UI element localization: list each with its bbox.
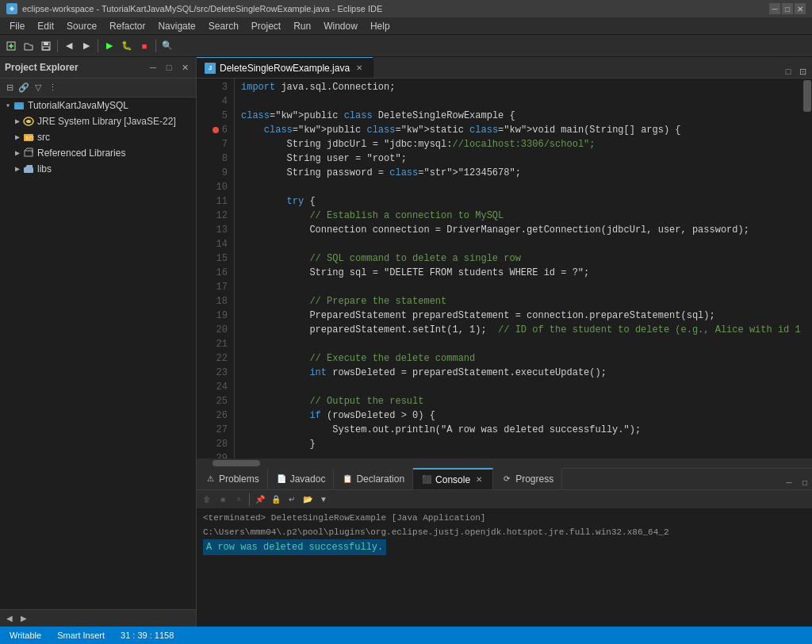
- ref-libraries-label: Referenced Libraries: [37, 148, 125, 159]
- search-button[interactable]: 🔍: [159, 38, 175, 54]
- sidebar-filter-btn[interactable]: ▽: [32, 82, 44, 94]
- back-button[interactable]: ◀: [61, 38, 77, 54]
- status-bar: Writable Smart Insert 31 : 39 : 1158: [0, 627, 812, 644]
- code-editor-wrapper: 3456789101112131415161718192021222324252…: [197, 79, 812, 468]
- code-line: String user = "root";: [241, 151, 796, 166]
- editor-tab-active[interactable]: J DeleteSingleRowExample.java ✕: [197, 57, 373, 78]
- sidebar-close-btn[interactable]: ✕: [178, 61, 191, 74]
- javadoc-icon: 📄: [276, 473, 287, 485]
- line-number: 25: [197, 394, 228, 408]
- stop-button[interactable]: ■: [136, 38, 152, 54]
- tree-item-project[interactable]: ▾ TutorialKartJavaMySQL: [0, 98, 196, 113]
- bottom-maximize-btn[interactable]: □: [798, 475, 812, 489]
- line-number: 9: [197, 166, 228, 180]
- code-line: class="kw">public class DeleteSingleRowE…: [241, 109, 796, 123]
- sidebar-minimize-btn[interactable]: ─: [147, 61, 159, 74]
- link-editor-btn[interactable]: 🔗: [17, 82, 30, 94]
- svg-text:src: src: [25, 135, 34, 141]
- menu-source[interactable]: Source: [60, 19, 103, 33]
- menu-file[interactable]: File: [3, 19, 31, 33]
- editor-scrollbar[interactable]: [802, 79, 812, 458]
- console-view-selector-btn[interactable]: ▼: [316, 493, 331, 507]
- tab-problems[interactable]: ⚠ Problems: [197, 468, 268, 489]
- tree-arrow-libs: ▶: [13, 164, 22, 174]
- maximize-button[interactable]: □: [782, 3, 793, 14]
- open-button[interactable]: [21, 38, 36, 54]
- console-stop-btn[interactable]: ■: [216, 493, 230, 507]
- editor-hscroll[interactable]: [197, 458, 812, 468]
- editor-tab-bar: J DeleteSingleRowExample.java ✕ □ ⊡: [197, 57, 812, 79]
- menu-help[interactable]: Help: [364, 19, 396, 33]
- tree-arrow-project: ▾: [3, 101, 13, 110]
- editor-maximize-btn[interactable]: □: [782, 65, 795, 78]
- console-toolbar: 🗑 ■ × 📌 🔒 ↵ 📂 ▼: [197, 490, 812, 509]
- svg-rect-11: [24, 167, 33, 173]
- tab-console[interactable]: ⬛ Console ✕: [413, 468, 493, 489]
- tree-item-libs[interactable]: ▶ libs: [0, 161, 196, 177]
- collapse-all-btn[interactable]: ⊟: [3, 82, 16, 94]
- close-button[interactable]: ✕: [795, 3, 806, 14]
- status-insert-mode[interactable]: Smart Insert: [54, 631, 108, 640]
- forward-button[interactable]: ▶: [79, 38, 94, 54]
- code-line: String jdbcUrl = "jdbc:mysql://localhost…: [241, 137, 796, 151]
- console-clear-btn[interactable]: 🗑: [200, 493, 214, 507]
- editor-hscroll-thumb[interactable]: [213, 460, 260, 466]
- sidebar-maximize-btn[interactable]: □: [163, 61, 175, 74]
- line-number: 24: [197, 380, 228, 394]
- menu-run[interactable]: Run: [287, 19, 317, 33]
- toolbar: ◀ ▶ ▶ 🐛 ■ 🔍: [0, 35, 812, 57]
- console-tab-close[interactable]: ✕: [473, 474, 485, 485]
- status-writable[interactable]: Writable: [6, 631, 44, 640]
- console-word-wrap-btn[interactable]: ↵: [285, 493, 299, 507]
- line-number: 11: [197, 194, 228, 209]
- run-button[interactable]: ▶: [102, 38, 117, 54]
- bottom-tab-bar: ⚠ Problems 📄 Javadoc 📋 Declaration ⬛ Con…: [197, 469, 812, 490]
- console-terminate-btn[interactable]: ×: [232, 493, 246, 507]
- tree-item-jre[interactable]: ▶ JRE System Library [JavaSE-22]: [0, 113, 196, 129]
- status-position[interactable]: 31 : 39 : 1158: [117, 631, 177, 640]
- title-text: eclipse-workspace - TutorialKartJavaMySQ…: [22, 4, 764, 13]
- console-open-file-btn[interactable]: 📂: [301, 493, 315, 507]
- code-content[interactable]: import java.sql.Connection; class="kw">p…: [235, 79, 802, 458]
- code-line: Connection connection = DriverManager.ge…: [241, 223, 796, 237]
- menu-project[interactable]: Project: [245, 19, 287, 33]
- menu-refactor[interactable]: Refactor: [103, 19, 151, 33]
- menu-search[interactable]: Search: [202, 19, 245, 33]
- menu-window[interactable]: Window: [317, 19, 364, 33]
- save-button[interactable]: [38, 38, 54, 54]
- sidebar-menu-btn[interactable]: ⋮: [46, 82, 59, 94]
- tab-declaration[interactable]: 📋 Declaration: [334, 468, 413, 489]
- line-number: 21: [197, 337, 228, 351]
- editor-restore-btn[interactable]: ⊡: [796, 65, 809, 78]
- bottom-minimize-btn[interactable]: ─: [782, 475, 796, 489]
- line-number: 6: [197, 123, 228, 137]
- tab-progress[interactable]: ⟳ Progress: [493, 468, 562, 489]
- tree-item-src[interactable]: ▶ src src: [0, 129, 196, 145]
- editor-tab-close[interactable]: ✕: [354, 63, 365, 74]
- project-icon: [13, 99, 25, 112]
- problems-icon: ⚠: [205, 473, 216, 485]
- svg-rect-4: [43, 47, 49, 50]
- svg-rect-10: [25, 151, 33, 156]
- sidebar-scroll-right[interactable]: ▶: [17, 612, 30, 625]
- line-number: 23: [197, 366, 228, 380]
- new-button[interactable]: [3, 38, 19, 54]
- tree-item-ref-libraries[interactable]: ▶ Referenced Libraries: [0, 145, 196, 161]
- code-line: class="kw">public class="kw">static clas…: [241, 123, 796, 137]
- toolbar-separator-3: [155, 40, 156, 52]
- minimize-button[interactable]: ─: [769, 3, 780, 14]
- line-number: 26: [197, 408, 228, 423]
- menu-navigate[interactable]: Navigate: [151, 19, 201, 33]
- line-number: 27: [197, 423, 228, 437]
- line-number: 18: [197, 294, 228, 309]
- sidebar-scroll-left[interactable]: ◀: [3, 612, 16, 625]
- toolbar-separator-1: [57, 40, 58, 52]
- menu-edit[interactable]: Edit: [31, 19, 60, 33]
- console-pin-btn[interactable]: 📌: [253, 493, 267, 507]
- line-number: 16: [197, 266, 228, 280]
- debug-button[interactable]: 🐛: [119, 38, 135, 54]
- libs-label: libs: [37, 163, 52, 174]
- console-path-line: <terminated> DeleteSingleRowExample [Jav…: [203, 511, 806, 539]
- console-scroll-lock-btn[interactable]: 🔒: [269, 493, 283, 507]
- tab-javadoc[interactable]: 📄 Javadoc: [268, 468, 335, 489]
